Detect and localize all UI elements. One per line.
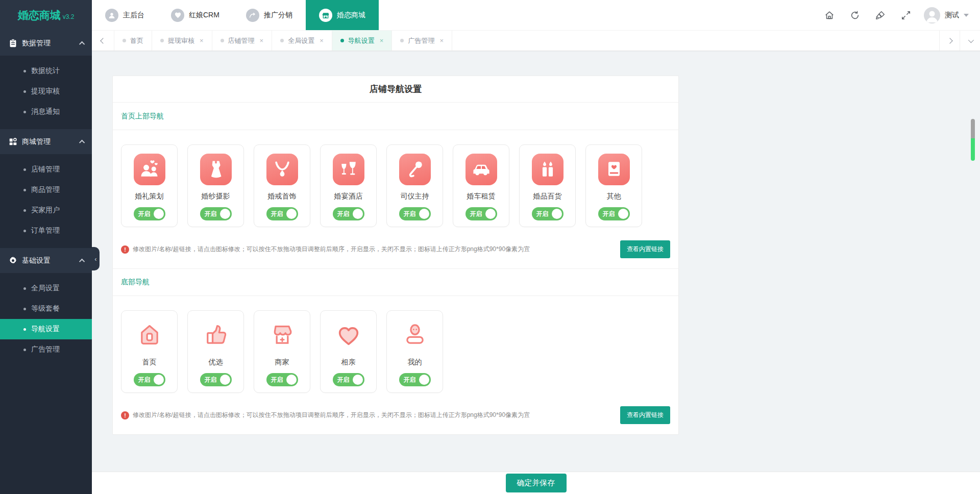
sidebar-item-message-notice[interactable]: 消息通知 [0, 102, 92, 122]
sidebar-item-shop-manage[interactable]: 店铺管理 [0, 159, 92, 180]
sidebar-item-nav-settings[interactable]: 导航设置 [0, 319, 92, 339]
topnav-item-matchmaker-crm[interactable]: 红娘CRM [158, 0, 233, 30]
toggle-label: 开启 [404, 210, 416, 218]
nav-card-wedding-photography[interactable]: 婚纱摄影 开启 [187, 144, 244, 227]
toggle-switch[interactable]: 开启 [266, 373, 298, 386]
home-outline-icon[interactable] [134, 319, 165, 351]
bullet-dot [23, 287, 26, 290]
toggle-switch[interactable]: 开启 [200, 207, 232, 220]
card-label: 其他 [607, 192, 621, 201]
sidebar-item-global-settings[interactable]: 全局设置 [0, 278, 92, 299]
tabs-menu-button[interactable] [960, 31, 980, 51]
close-icon[interactable]: × [380, 37, 384, 44]
nav-card-wedding-car[interactable]: 婚车租赁 开启 [453, 144, 509, 227]
toggle-knob [419, 209, 429, 219]
nav-card-mine[interactable]: 我的 开启 [386, 310, 443, 393]
toggle-knob [154, 209, 164, 219]
person-outline-icon[interactable] [399, 319, 431, 351]
footer-bar: 确定并保存 [92, 472, 980, 494]
toggle-switch[interactable]: 开启 [333, 373, 364, 386]
sidebar-section-mall[interactable]: 商城管理 [0, 129, 92, 154]
fullscreen-icon[interactable] [893, 0, 919, 30]
tabs-scroll-left-button[interactable] [92, 31, 114, 51]
sidebar-section-label: 基础设置 [22, 256, 81, 265]
tabs-scroll-right-button[interactable] [939, 31, 960, 51]
nav-card-wedding-planning[interactable]: 婚礼策划 开启 [121, 144, 178, 227]
sidebar-item-withdraw-review[interactable]: 提现审核 [0, 81, 92, 102]
tab-shop-manage[interactable]: 店铺管理 × [212, 31, 273, 51]
couple-hearts-icon[interactable] [134, 154, 165, 185]
topnav-label: 推广分销 [264, 11, 292, 20]
sidebar-section-label: 数据管理 [22, 39, 81, 48]
toggle-switch[interactable]: 开启 [266, 207, 298, 220]
tab-home[interactable]: 首页 [114, 31, 152, 51]
view-builtin-links-button[interactable]: 查看内置链接 [620, 406, 670, 424]
nav-card-rings-jewelry[interactable]: 婚戒首饰 开启 [254, 144, 310, 227]
toggle-switch[interactable]: 开启 [134, 207, 165, 220]
close-icon[interactable]: × [260, 37, 264, 44]
bullet-dot [23, 328, 26, 331]
nav-card-preferred[interactable]: 优选 开启 [187, 310, 244, 393]
toggle-switch[interactable]: 开启 [399, 207, 431, 220]
toggle-switch[interactable]: 开启 [134, 373, 165, 386]
home-icon[interactable] [817, 0, 842, 30]
save-button[interactable]: 确定并保存 [506, 474, 567, 492]
close-icon[interactable]: × [200, 37, 204, 44]
sidebar-item-ad-manage[interactable]: 广告管理 [0, 339, 92, 360]
view-builtin-links-button[interactable]: 查看内置链接 [620, 240, 670, 258]
sidebar-item-label: 导航设置 [31, 325, 60, 334]
toggle-switch[interactable]: 开启 [532, 207, 564, 220]
thumbs-up-outline-icon[interactable] [200, 319, 232, 351]
toggle-switch[interactable]: 开启 [465, 207, 497, 220]
sidebar-item-goods-manage[interactable]: 商品管理 [0, 180, 92, 200]
toggle-switch[interactable]: 开启 [598, 207, 630, 220]
candles-icon[interactable] [532, 154, 564, 185]
refresh-icon[interactable] [842, 0, 868, 30]
user-menu[interactable]: 测试 [919, 0, 980, 30]
tab-label: 导航设置 [348, 36, 375, 45]
page-scrollbar-thumb[interactable] [971, 119, 975, 161]
sidebar-section-data[interactable]: 数据管理 [0, 31, 92, 56]
microphone-icon[interactable] [399, 154, 431, 185]
tab-withdraw-review[interactable]: 提现审核 × [152, 31, 212, 51]
topnav-item-main-admin[interactable]: 主后台 [92, 0, 158, 30]
heart-outline-icon[interactable] [333, 319, 364, 351]
tab-nav-settings[interactable]: 导航设置 × [332, 31, 393, 51]
wedding-dress-icon[interactable] [200, 154, 232, 185]
sidebar-item-order-manage[interactable]: 订单管理 [0, 220, 92, 241]
sidebar-section-settings[interactable]: 基础设置 [0, 248, 92, 273]
bullet-dot [23, 90, 26, 93]
nav-card-wedding-goods[interactable]: 婚品百货 开启 [519, 144, 576, 227]
topnav-item-promotion[interactable]: 推广分销 [233, 0, 306, 30]
sidebar-group-data: 数据统计 提现审核 消息通知 [0, 56, 92, 129]
necklace-icon[interactable] [266, 154, 298, 185]
clear-cache-icon[interactable] [868, 0, 893, 30]
nav-card-other[interactable]: 其他 开启 [585, 144, 642, 227]
bullet-dot [23, 168, 26, 171]
toggle-switch[interactable]: 开启 [399, 373, 431, 386]
sidebar-item-level-package[interactable]: 等级套餐 [0, 299, 92, 319]
sidebar-collapse-handle[interactable]: ‹ [92, 247, 100, 270]
tab-label: 店铺管理 [228, 36, 255, 45]
tab-ad-manage[interactable]: 广告管理 × [392, 31, 452, 51]
card-label: 婚纱摄影 [202, 192, 230, 201]
sidebar-item-buyer-users[interactable]: 买家用户 [0, 200, 92, 220]
nav-card-mc-host[interactable]: 司仪主持 开启 [386, 144, 443, 227]
close-icon[interactable]: × [439, 37, 444, 44]
toggle-switch[interactable]: 开启 [200, 373, 232, 386]
nav-card-banquet-hotel[interactable]: 婚宴酒店 开启 [320, 144, 377, 227]
car-icon[interactable] [465, 154, 497, 185]
wine-glasses-icon[interactable] [333, 154, 364, 185]
close-icon[interactable]: × [320, 37, 324, 44]
nav-card-merchants[interactable]: 商家 开启 [254, 310, 310, 393]
topnav-item-marriage-mall[interactable]: 婚恋商城 [306, 0, 379, 30]
shop-outline-icon[interactable] [266, 319, 298, 351]
book-heart-icon[interactable] [598, 154, 630, 185]
nav-card-matchmaking[interactable]: 相亲 开启 [320, 310, 377, 393]
nav-card-home[interactable]: 首页 开启 [121, 310, 178, 393]
toggle-label: 开启 [205, 210, 217, 218]
sidebar-item-data-stats[interactable]: 数据统计 [0, 61, 92, 81]
toggle-switch[interactable]: 开启 [333, 207, 364, 220]
app-logo: 婚恋商城 v3.2 [0, 0, 92, 31]
tab-global-settings[interactable]: 全局设置 × [272, 31, 332, 51]
